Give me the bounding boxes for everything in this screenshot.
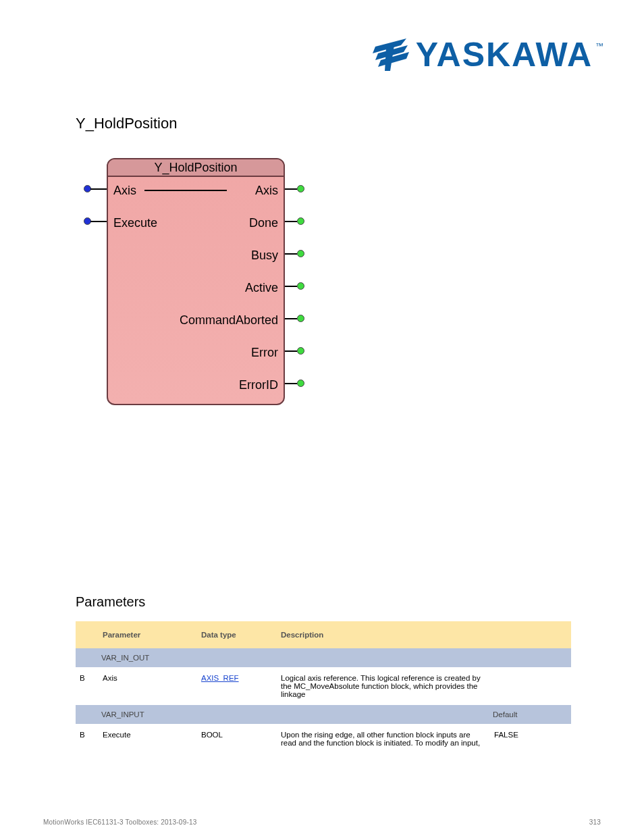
brand-mark-icon bbox=[371, 36, 409, 74]
page-footer: MotionWorks IEC61131-3 Toolboxes: 2013-0… bbox=[0, 818, 644, 826]
brand-logo: YASKAWA ™ bbox=[371, 35, 603, 74]
table-section-label: VAR_INPUT bbox=[99, 705, 490, 724]
table-cell-default: FALSE bbox=[490, 724, 571, 754]
table-row: B Execute BOOL Upon the rising edge, all… bbox=[76, 724, 571, 754]
datatype-link[interactable]: AXIS_REF bbox=[201, 674, 239, 682]
fb-pin-lead bbox=[285, 350, 297, 352]
fb-pin-lead bbox=[285, 221, 297, 222]
footer-page-number: 313 bbox=[589, 818, 601, 826]
fb-output-pin-icon bbox=[297, 217, 304, 225]
table-cell-extra bbox=[490, 667, 571, 705]
table-section-cell bbox=[76, 705, 99, 724]
parameters-heading: Parameters bbox=[76, 594, 145, 610]
fb-output-pin-icon bbox=[297, 380, 304, 387]
fb-pin-lead bbox=[285, 383, 297, 384]
table-section-extra bbox=[490, 648, 571, 667]
fb-pin-lead bbox=[285, 318, 297, 319]
fb-pin-lead bbox=[90, 221, 107, 222]
fb-output-pin-icon bbox=[297, 347, 304, 355]
table-row: B Axis AXIS_REF Logical axis reference. … bbox=[76, 667, 571, 705]
fb-output-port: ErrorID bbox=[239, 378, 278, 392]
fb-output-port: Error bbox=[251, 346, 278, 360]
table-cell-description: Upon the rising edge, all other function… bbox=[277, 724, 490, 754]
table-cell-description: Logical axis reference. This logical ref… bbox=[277, 667, 490, 705]
fb-output-port: Active bbox=[245, 281, 278, 295]
table-header-parameter: Parameter bbox=[99, 621, 197, 648]
table-section-label: VAR_IN_OUT bbox=[99, 648, 490, 667]
parameters-table: Parameter Data type Description VAR_IN_O… bbox=[76, 621, 571, 754]
table-section-row: VAR_IN_OUT bbox=[76, 648, 571, 667]
fb-output-port: Axis bbox=[255, 184, 278, 198]
table-section-cell bbox=[76, 648, 99, 667]
table-cell-parameter: Axis bbox=[99, 667, 197, 705]
footer-left: MotionWorks IEC61131-3 Toolboxes: 2013-0… bbox=[43, 818, 196, 826]
fb-pin-lead bbox=[285, 253, 297, 255]
axis-in-out-connector bbox=[144, 190, 227, 191]
fb-output-port: Busy bbox=[251, 249, 278, 263]
fb-output-port: CommandAborted bbox=[180, 313, 278, 328]
table-cell-parameter: Execute bbox=[99, 724, 197, 754]
table-header-cell bbox=[76, 621, 99, 648]
table-header-extra bbox=[490, 621, 571, 648]
fb-input-port: Axis bbox=[113, 184, 136, 198]
fb-pin-lead bbox=[90, 188, 107, 190]
fb-output-pin-icon bbox=[297, 282, 304, 290]
function-block-title: Y_HoldPosition bbox=[108, 159, 284, 177]
fb-pin-lead bbox=[285, 286, 297, 287]
fb-output-port: Done bbox=[249, 216, 278, 230]
function-block: Y_HoldPosition AxisExecuteAxisDoneBusyAc… bbox=[107, 158, 285, 405]
table-header-row: Parameter Data type Description bbox=[76, 621, 571, 648]
fb-output-pin-icon bbox=[297, 315, 304, 322]
table-cell-datatype: BOOL bbox=[197, 724, 277, 754]
fb-output-pin-icon bbox=[297, 185, 304, 192]
table-cell-datatype: AXIS_REF bbox=[197, 667, 277, 705]
brand-name: YASKAWA bbox=[416, 35, 593, 74]
page-title: Y_HoldPosition bbox=[76, 115, 177, 132]
fb-input-port: Execute bbox=[113, 216, 157, 230]
table-header-description: Description bbox=[277, 621, 490, 648]
fb-output-pin-icon bbox=[297, 250, 304, 257]
table-section-row: VAR_INPUT Default bbox=[76, 705, 571, 724]
table-header-datatype: Data type bbox=[197, 621, 277, 648]
fb-pin-lead bbox=[285, 188, 297, 190]
brand-tm: ™ bbox=[595, 41, 603, 51]
table-cell-flag: B bbox=[76, 724, 99, 754]
table-section-default: Default bbox=[490, 705, 571, 724]
table-cell-flag: B bbox=[76, 667, 99, 705]
